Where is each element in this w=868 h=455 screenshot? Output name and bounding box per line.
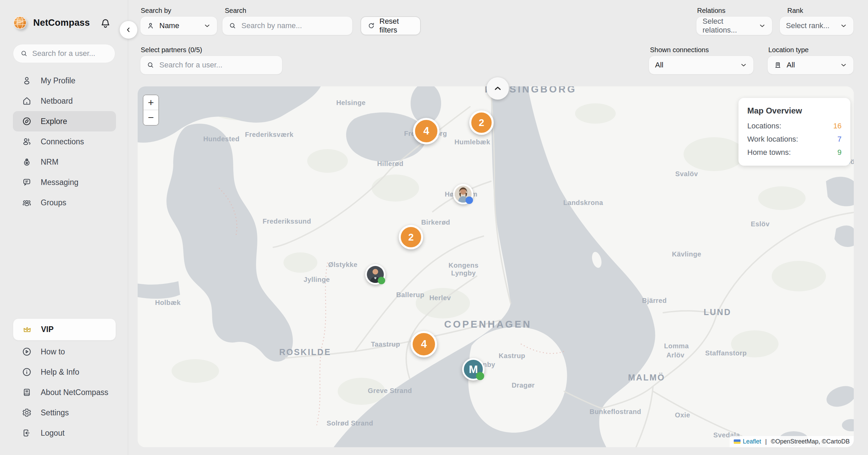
map-overview-title: Map Overview <box>747 106 842 116</box>
rank-select[interactable]: Select rank... <box>780 16 854 35</box>
reset-filters-label: Reset filters <box>379 17 414 35</box>
sidebar-item-my-profile[interactable]: My Profile <box>13 70 116 91</box>
home-town-dot <box>476 372 484 380</box>
sidebar-item-how-to[interactable]: How to <box>13 342 116 362</box>
shown-connections-select[interactable]: All <box>649 56 754 75</box>
user-avatar-marker[interactable] <box>453 184 473 204</box>
notifications-bell-icon[interactable] <box>100 18 111 29</box>
select-partners-field <box>140 56 282 75</box>
sidebar-item-about-netcompass[interactable]: About NetCompass <box>13 382 116 402</box>
relations-placeholder: Select relations... <box>703 17 754 35</box>
chevron-down-icon <box>758 22 766 29</box>
app-root: NetCompass My Profile Netboard Explore C… <box>0 0 868 455</box>
overview-row-label: Work locations: <box>747 135 798 144</box>
search-by-value: Name <box>159 21 179 30</box>
sidebar-user-search <box>13 44 115 63</box>
sidebar-item-label: NRM <box>41 158 58 167</box>
cluster-count: 4 <box>423 125 429 137</box>
sidebar-item-messaging[interactable]: Messaging <box>13 172 116 192</box>
sidebar-item-netboard[interactable]: Netboard <box>13 91 116 111</box>
gear-icon <box>22 408 32 418</box>
netcompass-globe-icon <box>12 15 28 30</box>
chevron-down-icon <box>840 22 847 29</box>
location-type-select[interactable]: All <box>767 56 854 75</box>
sidebar-item-groups[interactable]: Groups <box>13 192 116 213</box>
sidebar-search-input[interactable] <box>32 49 108 58</box>
play-icon <box>22 347 32 357</box>
sidebar-nav: My Profile Netboard Explore Connections … <box>13 70 116 213</box>
select-partners-input[interactable] <box>159 61 276 69</box>
search-icon <box>20 49 28 58</box>
reset-filters-button[interactable]: Reset filters <box>360 16 421 35</box>
sidebar-item-label: Logout <box>41 429 64 438</box>
map-zoom-control: + − <box>143 95 159 126</box>
location-type-value: All <box>787 61 795 69</box>
sidebar-item-connections[interactable]: Connections <box>13 131 116 152</box>
zoom-out-button[interactable]: − <box>143 110 158 125</box>
chevron-left-icon <box>125 26 132 34</box>
book-icon <box>22 387 32 397</box>
sidebar-item-nrm[interactable]: NRM <box>13 152 116 172</box>
sidebar-item-settings[interactable]: Settings <box>13 402 116 423</box>
search-by-name-input[interactable] <box>241 21 346 30</box>
overview-row: Locations: 16 <box>747 122 842 130</box>
map-overview-panel: Map Overview Locations: 16 Work location… <box>738 98 850 166</box>
zoom-in-button[interactable]: + <box>143 95 158 110</box>
search-by-select[interactable]: Name <box>140 16 217 35</box>
map-attribution: Leaflet | ©OpenStreetMap, ©CartoDB <box>730 436 854 447</box>
sidebar-item-label: Messaging <box>41 178 78 187</box>
sidebar-collapse-button[interactable] <box>120 21 137 39</box>
sidebar-footer-nav: How to Help & Info About NetCompass Sett… <box>13 342 116 443</box>
sidebar-item-help-info[interactable]: Help & Info <box>13 362 116 382</box>
relations-select[interactable]: Select relations... <box>696 16 772 35</box>
nrm-icon <box>22 157 32 167</box>
connections-icon <box>22 137 32 147</box>
logo: NetCompass <box>12 15 90 30</box>
shown-connections-label: Shown connections <box>650 46 709 54</box>
rank-label: Rank <box>787 7 803 15</box>
overview-row: Home towns: 9 <box>747 148 842 157</box>
sidebar-item-explore[interactable]: Explore <box>13 111 116 131</box>
attribution-copyright: ©OpenStreetMap, ©CartoDB <box>771 438 850 445</box>
cluster-marker[interactable]: 2 <box>399 225 423 249</box>
search-icon <box>229 22 237 30</box>
overview-row-label: Home towns: <box>747 148 791 157</box>
sidebar-item-vip[interactable]: VIP <box>13 318 116 340</box>
search-field <box>222 16 353 35</box>
initial-marker[interactable]: M <box>462 358 485 380</box>
map-collapse-button[interactable] <box>487 77 509 100</box>
sidebar-item-label: Connections <box>41 137 84 146</box>
user-avatar-marker[interactable] <box>365 264 386 285</box>
sidebar-item-label: How to <box>41 347 65 356</box>
leaflet-link[interactable]: Leaflet <box>743 438 761 445</box>
sidebar-item-label: Groups <box>41 198 66 207</box>
overview-row-value: 16 <box>833 122 842 130</box>
select-partners-label: Select partners (0/5) <box>141 46 202 54</box>
rank-placeholder: Select rank... <box>786 21 829 30</box>
chevron-down-icon <box>840 61 847 69</box>
sidebar-item-label: Explore <box>41 117 67 126</box>
groups-icon <box>22 198 32 208</box>
relations-label: Relations <box>697 7 725 15</box>
chevron-down-icon <box>740 61 747 69</box>
cluster-marker[interactable]: 4 <box>413 118 439 144</box>
sidebar-item-label: Settings <box>41 408 69 417</box>
cluster-marker[interactable]: 4 <box>411 331 437 357</box>
sidebar-item-label: Help & Info <box>41 368 79 377</box>
sidebar-item-label: About NetCompass <box>41 388 108 397</box>
netboard-icon <box>22 96 32 106</box>
refresh-icon <box>367 22 375 30</box>
ukraine-flag-icon <box>734 439 741 444</box>
messaging-icon <box>22 177 32 187</box>
search-icon <box>146 61 155 69</box>
attribution-separator: | <box>764 438 769 445</box>
home-town-dot <box>378 277 385 284</box>
logout-icon <box>22 428 32 438</box>
cluster-marker[interactable]: 2 <box>469 110 494 135</box>
shown-connections-value: All <box>655 61 663 69</box>
user-icon <box>22 76 32 86</box>
vip-label: VIP <box>41 325 54 334</box>
sidebar-item-logout[interactable]: Logout <box>13 423 116 443</box>
person-icon <box>146 22 155 30</box>
chevron-down-icon <box>203 22 211 29</box>
